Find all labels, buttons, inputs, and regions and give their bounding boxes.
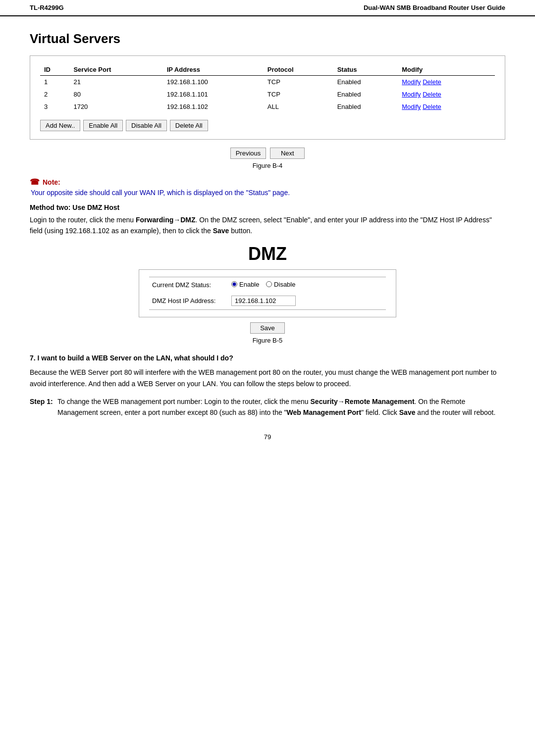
disable-all-button[interactable]: Disable All [126,120,167,131]
note-block: ☎ Note: Your opposite side should call y… [30,177,505,197]
col-status: Status [333,64,398,76]
dmz-title: DMZ [30,244,505,264]
section7-heading: 7. I want to build a WEB Server on the L… [30,354,505,362]
row3-port: 1720 [69,101,162,113]
note-label: Note: [43,178,60,186]
table-row: 3 1720 192.168.1.102 ALL Enabled Modify … [40,101,495,113]
row2-delete-link[interactable]: Delete [423,91,441,98]
dmz-host-ip-value [228,292,386,309]
col-ip-address: IP Address [163,64,264,76]
table-row: 2 80 192.168.1.101 TCP Enabled Modify De… [40,88,495,101]
table-row: 1 21 192.168.1.100 TCP Enabled Modify De… [40,76,495,89]
dmz-host-ip-input[interactable] [231,296,296,306]
dmz-host-ip-label: DMZ Host IP Address: [149,292,228,309]
row2-ip: 192.168.1.101 [163,88,264,101]
row2-status: Enabled [333,88,398,101]
row1-id: 1 [40,76,69,89]
note-text: Your opposite side should call your WAN … [31,189,505,197]
row3-id: 3 [40,101,69,113]
col-protocol: Protocol [264,64,333,76]
dmz-disable-radio[interactable]: Disable [266,281,295,288]
radio-enable-circle [231,281,237,287]
row1-ip: 192.168.1.100 [163,76,264,89]
dmz-enable-radio[interactable]: Enable [231,281,259,288]
row3-modify: Modify Delete [398,101,495,113]
row1-protocol: TCP [264,76,333,89]
row3-delete-link[interactable]: Delete [423,103,441,110]
row2-modify-link[interactable]: Modify [402,91,421,98]
virtual-servers-title: Virtual Servers [30,31,505,47]
row1-status: Enabled [333,76,398,89]
guide-title: Dual-WAN SMB Broadband Router User Guide [364,4,505,11]
dmz-status-label: Current DMZ Status: [149,277,228,293]
delete-all-button[interactable]: Delete All [170,120,208,131]
dmz-bottom-separator [149,309,386,310]
main-content: Virtual Servers ID Service Port IP Addre… [0,26,535,460]
step1-block: Step 1: To change the WEB management por… [30,396,505,418]
row1-modify: Modify Delete [398,76,495,89]
step1-text: To change the WEB management port number… [57,396,505,418]
row3-status: Enabled [333,101,398,113]
col-id: ID [40,64,69,76]
figure-b5-label: Figure B-5 [30,337,505,344]
row1-delete-link[interactable]: Delete [423,78,441,86]
row3-ip: 192.168.1.102 [163,101,264,113]
figure-b4-label: Figure B-4 [30,162,505,169]
method-two-body: Login to the router, click the menu Forw… [30,214,505,237]
note-title: ☎ Note: [30,177,505,187]
note-icon: ☎ [30,177,40,187]
col-modify: Modify [398,64,495,76]
dmz-save-row: Save [30,322,505,334]
dmz-save-button[interactable]: Save [250,322,285,334]
virtual-servers-table: ID Service Port IP Address Protocol Stat… [40,64,495,113]
row3-protocol: ALL [264,101,333,113]
page-number: 79 [30,433,505,441]
radio-disable-circle [266,281,272,287]
action-buttons-row: Add New.. Enable All Disable All Delete … [40,120,495,131]
previous-button[interactable]: Previous [230,148,267,159]
row2-modify: Modify Delete [398,88,495,101]
dmz-status-value: Enable Disable [228,277,386,293]
section7-body: Because the WEB Server port 80 will inte… [30,367,505,389]
add-new-button[interactable]: Add New.. [40,120,80,131]
dmz-form-table: Current DMZ Status: Enable Disable DMZ H… [149,277,386,310]
dmz-status-row: Current DMZ Status: Enable Disable [149,277,386,293]
model-number: TL-R4299G [30,4,64,11]
next-button[interactable]: Next [270,148,305,159]
pagination-buttons: Previous Next [30,148,505,159]
row3-modify-link[interactable]: Modify [402,103,421,110]
page-header: TL-R4299G Dual-WAN SMB Broadband Router … [0,0,535,16]
row2-protocol: TCP [264,88,333,101]
step1-label: Step 1: [30,396,54,418]
enable-label: Enable [239,281,259,288]
row2-id: 2 [40,88,69,101]
dmz-ui-box: Current DMZ Status: Enable Disable DMZ H… [139,269,396,318]
col-service-port: Service Port [69,64,162,76]
dmz-host-ip-row: DMZ Host IP Address: [149,292,386,309]
enable-all-button[interactable]: Enable All [83,120,123,131]
row2-port: 80 [69,88,162,101]
method-two-title: Method two: Use DMZ Host [30,203,505,211]
virtual-servers-ui-box: ID Service Port IP Address Protocol Stat… [30,55,505,140]
disable-label: Disable [274,281,295,288]
row1-modify-link[interactable]: Modify [402,78,421,86]
row1-port: 21 [69,76,162,89]
